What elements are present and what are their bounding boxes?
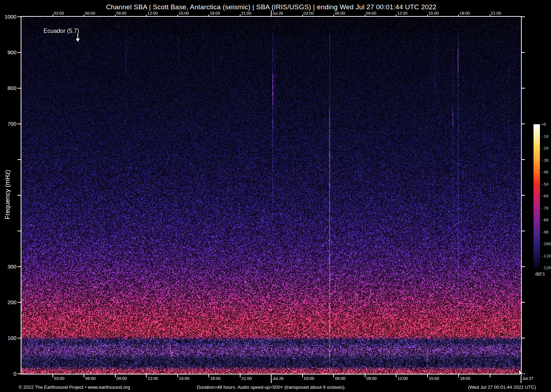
y-tick-label: 0	[1, 371, 16, 377]
x-tick-top	[240, 15, 241, 16]
colorbar-tick-label: +0	[541, 122, 551, 127]
x-tick-label-top: 21:00	[241, 11, 252, 16]
y-tick-label: 900	[1, 50, 16, 55]
y-tick-left	[17, 195, 21, 196]
x-tick-label-top: 21:00	[491, 11, 501, 16]
y-tick-right	[521, 195, 525, 196]
y-tick-left	[17, 266, 21, 267]
x-tick-top	[427, 15, 428, 16]
colorbar-tick-label: -20	[541, 146, 551, 151]
x-tick-bottom	[396, 375, 396, 377]
colorbar-tick-label: -40	[541, 170, 551, 175]
y-tick-right	[521, 159, 525, 160]
x-tick-label-bottom: 18:00	[460, 376, 470, 381]
colorbar-tick-label: -110	[541, 254, 551, 258]
y-tick-label: 700	[1, 121, 16, 127]
colorbar-tick-label: -30	[541, 159, 551, 163]
chart-title: Channel SBA | Scott Base, Antarctica (se…	[21, 3, 521, 11]
x-tick-label-top: 12:00	[147, 11, 158, 16]
y-tick-label: 800	[1, 85, 16, 91]
x-tick-label-bottom: 21:00	[242, 376, 252, 381]
y-tick-left	[17, 16, 21, 17]
x-tick-label-top: 06:00	[335, 11, 345, 16]
x-tick-bottom	[333, 375, 334, 377]
x-tick-top	[208, 15, 209, 16]
x-tick-label-top: 06:00	[85, 11, 95, 16]
x-tick-top	[365, 15, 365, 16]
x-tick-bottom	[458, 375, 459, 377]
colorbar-gradient	[534, 124, 540, 268]
colorbar-tick-label: -10	[541, 135, 551, 139]
y-tick-left	[17, 338, 21, 338]
colorbar-tick-label: -100	[541, 242, 551, 246]
x-tick-top	[271, 10, 272, 16]
x-tick-label-top: 18:00	[460, 11, 470, 16]
y-tick-left	[17, 231, 21, 231]
y-tick-right	[521, 52, 525, 53]
x-tick-bottom	[271, 375, 272, 383]
x-tick-bottom	[84, 375, 84, 377]
x-tick-label-top: 09:00	[366, 11, 376, 16]
colorbar-tick-label: -60	[541, 194, 551, 198]
y-tick-right	[521, 302, 525, 303]
x-tick-top	[115, 15, 116, 16]
y-tick-right	[521, 338, 525, 338]
event-annotation-arrow-icon	[75, 34, 80, 42]
spectrogram-viewer: Channel SBA | Scott Base, Antarctica (se…	[0, 0, 551, 392]
y-tick-left	[17, 373, 21, 374]
x-tick-bottom	[240, 375, 241, 377]
y-tick-right	[521, 231, 525, 231]
event-annotation-label: Ecuador (5.7)	[44, 27, 79, 34]
x-tick-label-top: 03:00	[54, 11, 64, 16]
x-tick-bottom	[115, 375, 116, 377]
x-tick-bottom	[177, 375, 178, 377]
x-tick-bottom	[52, 375, 53, 377]
x-tick-label-bottom: 06:00	[85, 376, 96, 381]
x-tick-bottom	[302, 375, 303, 377]
x-tick-label-top: 18:00	[210, 11, 220, 16]
x-tick-bottom	[365, 375, 365, 377]
x-tick-top	[458, 15, 459, 16]
colorbar-tick-label: -50	[541, 182, 551, 187]
spectrogram-canvas	[21, 17, 521, 374]
mouse-cursor-icon	[518, 369, 525, 378]
x-tick-top	[302, 15, 303, 16]
x-tick-label-bottom: 18:00	[210, 376, 221, 381]
x-tick-label-top: 03:00	[304, 11, 314, 16]
x-tick-label-top: 15:00	[179, 11, 189, 16]
x-tick-top	[84, 15, 84, 16]
y-axis-title: Frequency (mHz)	[4, 170, 11, 219]
x-tick-top	[177, 15, 178, 16]
x-tick-label-bottom: 06:00	[335, 376, 345, 381]
x-tick-label-bottom: 09:00	[117, 376, 127, 381]
colorbar-unit-label: dBFS	[531, 272, 549, 277]
x-tick-label-top: 12:00	[397, 11, 408, 16]
x-tick-label-bottom: 12:00	[148, 376, 158, 381]
footer-duration-info: Duration=48 hours. Audio speed-up=500× (…	[21, 385, 521, 390]
x-tick-bottom	[427, 375, 428, 377]
x-tick-top	[333, 15, 334, 16]
y-tick-left	[17, 52, 21, 53]
x-tick-label-bottom: 03:00	[54, 376, 65, 381]
y-tick-label: 300	[1, 264, 16, 270]
y-tick-left	[17, 159, 21, 160]
x-tick-bottom	[490, 375, 490, 377]
y-tick-left	[17, 124, 21, 124]
x-tick-label-bottom: 12:00	[398, 376, 408, 381]
y-tick-left	[17, 88, 21, 89]
colorbar-tick-label: -70	[541, 206, 551, 211]
y-tick-left	[17, 302, 21, 303]
x-tick-bottom	[208, 375, 209, 377]
x-tick-label-bottom: 03:00	[304, 376, 314, 381]
footer-end-timestamp: (Wed Jul 27 00:01:44 2022 UTC)	[468, 385, 536, 390]
y-tick-right	[521, 16, 525, 17]
x-tick-top	[146, 15, 147, 16]
x-tick-label-top: 15:00	[429, 11, 439, 16]
x-tick-top	[490, 15, 490, 16]
y-tick-right	[521, 266, 525, 267]
x-tick-label-bottom: 15:00	[179, 376, 189, 381]
colorbar-tick-label: -90	[541, 230, 551, 235]
x-tick-label-bottom: 09:00	[367, 376, 377, 381]
colorbar-tick-label: -80	[541, 218, 551, 222]
x-tick-label-top: Jul 26	[272, 11, 283, 16]
